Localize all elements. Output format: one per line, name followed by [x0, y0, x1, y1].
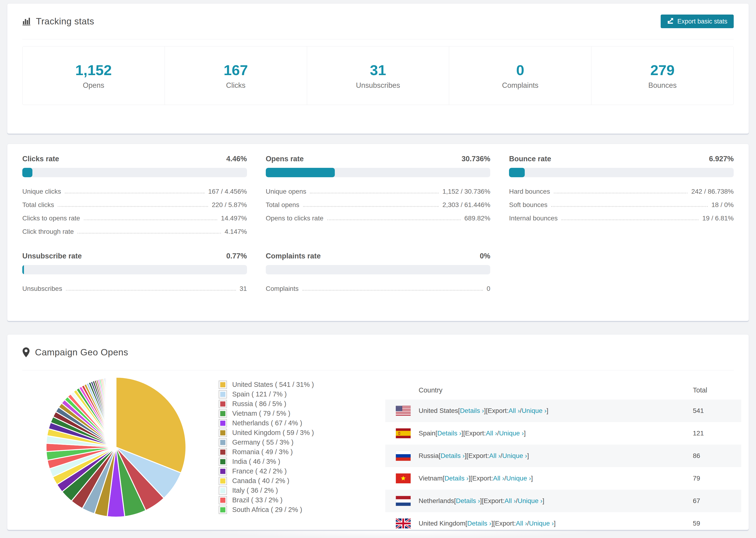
legend-swatch: [219, 457, 227, 466]
legend-item-spain[interactable]: Spain ( 121 / 7% ): [219, 389, 314, 399]
legend-item-romania[interactable]: Romania ( 49 / 3% ): [219, 447, 314, 457]
country-name: Russia: [419, 452, 439, 459]
legend-item-russia[interactable]: Russia ( 86 / 5% ): [219, 399, 314, 409]
bracket: [: [439, 452, 441, 459]
dotted-leader: [561, 219, 698, 220]
geo-opens-pie-chart[interactable]: [45, 376, 187, 518]
legend-item-united-kingdom[interactable]: United Kingdom ( 59 / 3% ): [219, 428, 314, 438]
export-basic-stats-button[interactable]: Export basic stats: [661, 15, 734, 28]
legend-item-south-africa[interactable]: South Africa ( 29 / 2% ): [219, 505, 314, 514]
header-divider: [22, 39, 734, 39]
geo-table-row-vn: Vietnam [Details ›] [Export: All › / Uni…: [385, 467, 741, 490]
legend-item-germany[interactable]: Germany ( 55 / 3% ): [219, 438, 314, 447]
country-total: 541: [693, 400, 704, 422]
export-all-link[interactable]: All ›: [493, 475, 504, 482]
export-unique-link[interactable]: Unique ›: [522, 407, 547, 414]
export-unique-link[interactable]: Unique ›: [518, 497, 543, 505]
rate-header: Unsubscribe rate0.77%: [22, 252, 247, 260]
legend-item-canada[interactable]: Canada ( 40 / 2% ): [219, 476, 314, 486]
detail-value: 14.497%: [221, 215, 247, 224]
legend-item-vietnam[interactable]: Vietnam ( 79 / 5% ): [219, 409, 314, 418]
dotted-leader: [78, 233, 221, 234]
export-unique-link[interactable]: Unique ›: [502, 452, 527, 459]
details-link[interactable]: Details ›: [445, 475, 469, 482]
bracket: ]: [527, 452, 529, 459]
detail-value: 18 / 0%: [711, 201, 734, 211]
country-links-line: Russia [Details ›] [Export: All › / Uniq…: [419, 445, 529, 467]
rate-detail-row: Hard bounces242 / 86.738%: [509, 184, 734, 197]
stat-label: Clicks: [226, 81, 245, 90]
details-link[interactable]: Details ›: [467, 520, 491, 527]
country-links-line: United States [Details ›] [Export: All ›…: [419, 400, 549, 422]
legend-item-france[interactable]: France ( 42 / 2% ): [219, 466, 314, 476]
rate-detail-row: Unique opens1,152 / 30.736%: [266, 184, 490, 197]
geo-table-header: CountryTotal: [385, 382, 741, 400]
details-link[interactable]: Details ›: [437, 430, 461, 437]
legend-label: India ( 46 / 3% ): [232, 458, 280, 465]
details-link[interactable]: Details ›: [441, 452, 465, 459]
export-all-link[interactable]: All ›: [489, 452, 500, 459]
legend-label: Brazil ( 33 / 2% ): [232, 496, 283, 504]
legend-item-italy[interactable]: Italy ( 36 / 2% ): [219, 486, 314, 495]
legend-swatch: [219, 506, 227, 514]
bracket: [Export:: [463, 430, 486, 437]
rate-detail-rows: Unique opens1,152 / 30.736%Total opens2,…: [266, 184, 490, 224]
geo-table-row-es: Spain [Details ›] [Export: All › / Uniqu…: [385, 422, 741, 445]
legend-label: France ( 42 / 2% ): [232, 467, 287, 475]
export-unique-link[interactable]: Unique ›: [499, 430, 524, 437]
export-unique-link[interactable]: Unique ›: [529, 520, 554, 527]
bracket: ]: [491, 520, 493, 527]
ru-flag-icon: [396, 451, 411, 461]
separator: /: [520, 407, 522, 414]
rate-title: Bounce rate: [509, 155, 551, 163]
page-title: Tracking stats: [36, 16, 94, 27]
export-all-link[interactable]: All ›: [516, 520, 527, 527]
vn-flag-icon: [396, 473, 411, 483]
separator: /: [504, 475, 506, 482]
country-name: Netherlands: [419, 497, 454, 505]
detail-value: 31: [240, 285, 247, 295]
bracket: [Export:: [493, 520, 516, 527]
legend-label: United Kingdom ( 59 / 3% ): [232, 429, 314, 437]
export-all-link[interactable]: All ›: [486, 430, 497, 437]
nl-flag-icon: [396, 496, 411, 506]
dotted-leader: [310, 193, 439, 193]
country-total: 121: [693, 422, 704, 445]
bracket: ]: [484, 407, 486, 414]
bracket: ]: [524, 430, 526, 437]
bracket: ]: [465, 452, 466, 459]
export-all-link[interactable]: All ›: [505, 497, 516, 505]
detail-label: Unsubscribes: [22, 285, 62, 295]
details-link[interactable]: Details ›: [456, 497, 480, 505]
us-flag-icon: [396, 406, 411, 416]
bracket: [: [465, 520, 467, 527]
legend-item-india[interactable]: India ( 46 / 3% ): [219, 457, 314, 466]
detail-value: 242 / 86.738%: [691, 188, 734, 197]
export-unique-link[interactable]: Unique ›: [506, 475, 531, 482]
stat-box-bounces: 279Bounces: [591, 46, 734, 105]
country-total: 79: [693, 467, 700, 490]
geo-opens-body: United States ( 541 / 31% )Spain ( 121 /…: [7, 370, 749, 530]
details-link[interactable]: Details ›: [460, 407, 484, 414]
separator: /: [497, 430, 499, 437]
geo-opens-title: Campaign Geo Opens: [35, 347, 128, 357]
bracket: ]: [547, 407, 549, 414]
legend-label: Germany ( 55 / 3% ): [232, 439, 294, 446]
bracket: [Export:: [466, 452, 489, 459]
detail-value: 2,303 / 61.446%: [442, 201, 490, 211]
legend-item-netherlands[interactable]: Netherlands ( 67 / 4% ): [219, 418, 314, 428]
legend-swatch: [219, 419, 227, 427]
detail-value: 220 / 5.87%: [212, 201, 247, 211]
legend-item-brazil[interactable]: Brazil ( 33 / 2% ): [219, 495, 314, 505]
legend-item-united-states[interactable]: United States ( 541 / 31% ): [219, 380, 314, 389]
export-icon: [667, 17, 674, 26]
rate-progress-bar: [266, 168, 490, 177]
export-all-link[interactable]: All ›: [509, 407, 520, 414]
dotted-leader: [302, 290, 483, 291]
rate-value: 0.77%: [226, 252, 247, 260]
rate-detail-row: Internal bounces19 / 6.81%: [509, 211, 734, 224]
bracket: [Export:: [482, 497, 504, 505]
pie-slice-other[interactable]: [116, 377, 116, 447]
bracket: ]: [543, 497, 544, 505]
legend-swatch: [219, 467, 227, 476]
